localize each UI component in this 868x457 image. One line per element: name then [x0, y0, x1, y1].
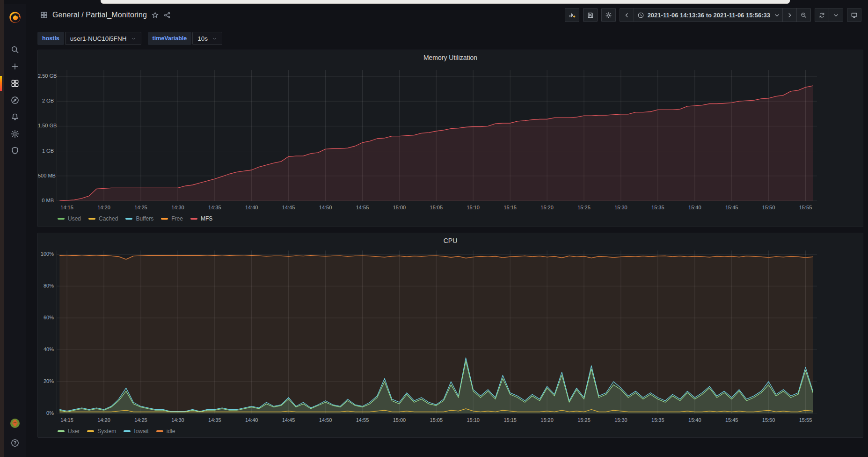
- memory-utilization-panel: Memory Utilization 0 MB500 MB1 GB1.50 GB…: [37, 50, 863, 227]
- dashboard-settings-button[interactable]: [601, 8, 616, 22]
- x-axis-tick-label: 14:30: [171, 417, 184, 423]
- save-dashboard-button[interactable]: [583, 8, 598, 22]
- panel-title[interactable]: Memory Utilization: [38, 54, 863, 61]
- star-icon[interactable]: [151, 11, 159, 19]
- shield-icon: [10, 146, 20, 155]
- x-axis-tick-label: 15:15: [503, 417, 517, 423]
- dashboard-header: General / Partial_Monitoring 2021-11-06 …: [26, 4, 868, 26]
- sidebar-item-dashboards[interactable]: [4, 75, 26, 92]
- gear-icon: [605, 12, 612, 19]
- y-axis-tick-label: 500 MB: [38, 173, 54, 178]
- panel-title[interactable]: CPU: [38, 237, 863, 244]
- legend-item-Free[interactable]: Free: [161, 215, 183, 222]
- legend-label: Buffers: [136, 215, 153, 222]
- y-axis-tick-label: 2.50 GB: [38, 73, 54, 79]
- legend-item-Cached[interactable]: Cached: [88, 215, 118, 222]
- refresh-button[interactable]: [815, 8, 829, 22]
- refresh-interval-button[interactable]: [829, 8, 843, 22]
- x-axis-tick-label: 15:00: [393, 205, 406, 210]
- x-axis-tick-label: 15:20: [540, 417, 554, 423]
- legend-swatch: [58, 218, 65, 220]
- x-axis-tick-label: 15:55: [799, 417, 812, 423]
- legend-label: User: [68, 428, 80, 435]
- x-axis-tick-label: 14:20: [97, 205, 110, 210]
- cpu-legend: UserSystemIowaitidle: [58, 428, 175, 435]
- sidebar-item-server-admin[interactable]: [4, 142, 26, 159]
- grafana-logo[interactable]: [7, 9, 23, 25]
- x-axis-tick-label: 14:40: [245, 205, 258, 210]
- variable-hostls: hostlsuser1-NUC10i5FNH: [37, 32, 141, 45]
- kiosk-mode-button[interactable]: [847, 8, 861, 22]
- time-shift-back-button[interactable]: [620, 8, 634, 22]
- dashboard-variables: hostlsuser1-NUC10i5FNHtimeVariable10s: [37, 32, 222, 45]
- cpu-chart[interactable]: [57, 251, 817, 413]
- x-axis-tick-label: 15:10: [467, 205, 480, 210]
- x-axis-tick-label: 15:50: [762, 205, 775, 210]
- variable-value-text: 10s: [197, 35, 208, 42]
- y-axis-tick-label: 20%: [38, 378, 54, 384]
- x-axis-tick-label: 14:30: [171, 205, 184, 210]
- sidebar-item-explore[interactable]: [4, 92, 26, 109]
- variable-label-timeVariable[interactable]: timeVariable: [148, 32, 192, 45]
- monitor-icon: [851, 12, 858, 19]
- browser-chrome-strip: [101, 0, 790, 4]
- time-range-button[interactable]: 2021-11-06 14:13:36 to 2021-11-06 15:56:…: [634, 8, 783, 22]
- legend-swatch: [125, 218, 132, 220]
- sidebar-bottom: [4, 415, 26, 451]
- chevron-down-icon: [773, 12, 779, 19]
- variable-value-hostls[interactable]: user1-NUC10i5FNH: [65, 32, 141, 45]
- sidebar-item-create[interactable]: [4, 58, 26, 75]
- sidebar-item-search[interactable]: [4, 41, 26, 58]
- x-axis-tick-label: 15:30: [614, 205, 627, 210]
- legend-swatch: [87, 430, 94, 432]
- legend-swatch: [156, 430, 163, 432]
- sidebar-item-configuration[interactable]: [4, 125, 26, 142]
- legend-item-Buffers[interactable]: Buffers: [125, 215, 153, 222]
- y-axis-tick-label: 60%: [38, 315, 54, 320]
- legend-swatch: [190, 218, 197, 220]
- y-axis-tick-label: 2 GB: [38, 98, 54, 103]
- add-panel-button[interactable]: [565, 8, 579, 22]
- chevron-right-icon: [786, 12, 793, 19]
- y-axis-tick-label: 1.50 GB: [38, 123, 54, 128]
- legend-item-Used[interactable]: Used: [58, 215, 81, 222]
- window-frame-edge: [0, 0, 4, 457]
- cpu-panel: CPU 0%20%40%60%80%100% 14:1514:2014:2514…: [37, 233, 863, 438]
- variable-value-timeVariable[interactable]: 10s: [192, 32, 222, 45]
- legend-swatch: [88, 218, 95, 220]
- sidebar-item-help[interactable]: [4, 435, 26, 451]
- page-title: General / Partial_Monitoring: [52, 11, 147, 19]
- x-axis-tick-label: 14:40: [245, 417, 258, 423]
- legend-item-User[interactable]: User: [58, 428, 80, 435]
- cpu-y-axis: 0%20%40%60%80%100%: [38, 233, 54, 437]
- chevron-down-icon: [832, 12, 839, 19]
- time-shift-forward-button[interactable]: [783, 8, 797, 22]
- sidebar-item-alerting[interactable]: [4, 109, 26, 125]
- x-axis-tick-label: 14:50: [319, 417, 332, 423]
- x-axis-tick-label: 15:05: [430, 417, 443, 423]
- variable-value-text: user1-NUC10i5FNH: [70, 35, 127, 42]
- sidebar-item-profile[interactable]: [4, 415, 26, 432]
- legend-item-MFS[interactable]: MFS: [190, 215, 212, 222]
- memory-chart[interactable]: [57, 70, 817, 201]
- share-icon[interactable]: [163, 11, 171, 19]
- x-axis-tick-label: 15:55: [799, 205, 812, 210]
- x-axis-tick-label: 15:40: [688, 205, 701, 210]
- x-axis-tick-label: 14:15: [60, 205, 73, 210]
- breadcrumb[interactable]: General / Partial_Monitoring: [40, 11, 171, 19]
- legend-item-System[interactable]: System: [87, 428, 116, 435]
- zoom-out-button[interactable]: [797, 8, 811, 22]
- compass-icon: [10, 96, 20, 105]
- dashboards-grid-icon: [40, 11, 48, 19]
- legend-swatch: [124, 430, 131, 432]
- save-icon: [587, 12, 594, 19]
- x-axis-tick-label: 15:25: [577, 417, 591, 423]
- legend-item-idle[interactable]: idle: [156, 428, 175, 435]
- search-icon: [10, 45, 20, 54]
- legend-item-Iowait[interactable]: Iowait: [124, 428, 148, 435]
- legend-label: MFS: [201, 215, 212, 222]
- x-axis-tick-label: 14:45: [282, 417, 295, 423]
- variable-label-hostls[interactable]: hostls: [37, 32, 64, 45]
- x-axis-tick-label: 14:35: [208, 205, 221, 210]
- legend-label: Cached: [99, 215, 118, 222]
